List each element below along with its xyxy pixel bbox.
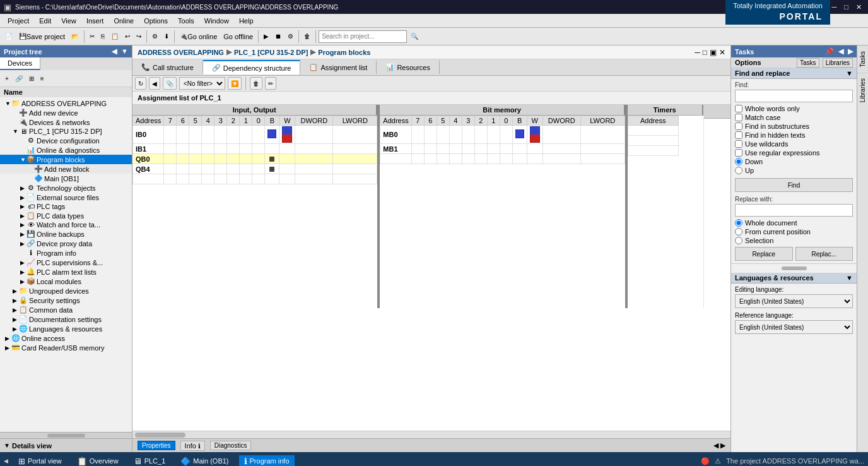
tree-item-plc-alarm[interactable]: ▶ 🔔 PLC alarm text lists [0,267,132,277]
plc1-item[interactable]: 🖥 PLC_1 [129,455,171,467]
edit-asn-button[interactable]: ✏ [265,77,276,90]
tasks-side-tab[interactable]: Tasks [857,45,868,73]
scope-current-radio[interactable] [735,228,742,236]
tasks-tab-libraries[interactable]: Libraries [823,58,853,68]
tree-item-program-info[interactable]: ℹ Program info [0,248,132,258]
menu-options[interactable]: Options [139,16,173,26]
tab-call-structure[interactable]: 📞 Call structure [132,61,203,74]
tasks-scrollbar[interactable] [731,263,857,273]
tree-item-technology-objects[interactable]: ▶ ⚙ Technology objects [0,183,132,193]
tree-item-ungrouped[interactable]: ▶ 📁 Ungrouped devices [0,286,132,296]
main-ob1-item[interactable]: 🔷 Main (OB1) [175,455,233,467]
cut-button[interactable]: ✂ [87,30,97,44]
menu-tools[interactable]: Tools [173,16,199,26]
horizontal-scrollbar[interactable] [132,431,730,438]
tree-item-security[interactable]: ▶ 🔒 Security settings [0,296,132,305]
tree-view2-button[interactable]: ≡ [38,71,47,85]
find-replace-header[interactable]: Find and replace ▼ [731,68,857,79]
tree-item-plc-tags[interactable]: ▶ 🏷 PLC tags [0,202,132,211]
find-input[interactable] [735,90,853,102]
tab-dependency-structure[interactable]: 🔗 Dependency structure [203,60,301,75]
reference-language-select[interactable]: English (United States) [735,320,853,334]
paste-button[interactable]: 📋 [108,30,121,44]
replace-button[interactable]: Replace [735,247,793,261]
copy-button[interactable]: ⎘ [98,30,107,44]
tree-view-button[interactable]: ⊞ [26,71,37,85]
info-button[interactable]: Info ℹ [180,441,205,451]
content-float-button[interactable]: □ [703,48,707,57]
menu-project[interactable]: Project [3,16,34,26]
menu-view[interactable]: View [56,16,81,26]
menu-insert[interactable]: Insert [81,16,109,26]
refresh-button[interactable]: ↻ [135,77,146,90]
tab-resources[interactable]: 📊 Resources [377,61,440,74]
settings-button[interactable]: ⚙ [285,30,296,44]
replace-all-button[interactable]: Replac... [795,247,853,261]
tree-link-button[interactable]: 🔗 [13,71,25,85]
tree-item-online-diag[interactable]: 📊 Online & diagnostics [0,145,132,155]
content-maximize-button[interactable]: ▣ [710,48,717,57]
tasks-chevron-button[interactable]: ◀ [838,47,843,55]
tree-item-add-block[interactable]: ➕ Add new block [0,164,132,174]
whole-words-checkbox[interactable] [735,105,742,112]
tree-item-device-config[interactable]: ⚙ Device configuration [0,136,132,145]
match-case-checkbox[interactable] [735,114,742,121]
tree-item-local-modules[interactable]: ▶ 📦 Local modules [0,277,132,286]
tree-item-device-proxy[interactable]: ▶ 🔗 Device proxy data [0,239,132,248]
content-close-button[interactable]: ✕ [719,48,725,57]
maximize-button[interactable]: □ [842,3,851,11]
tree-item-common[interactable]: ▶ 📋 Common data [0,305,132,314]
filter-select[interactable]: <No filter> [179,77,225,90]
scope-selection-radio[interactable] [735,237,742,244]
scope-whole-radio[interactable] [735,219,742,227]
tree-item-plc-supervisions[interactable]: ▶ 📈 PLC supervisions &... [0,258,132,267]
find-hidden-checkbox[interactable] [735,131,742,139]
menu-window[interactable]: Window [199,16,234,26]
direction-up-radio[interactable] [735,167,742,174]
tree-item-devices-networks[interactable]: 🔌 Devices & networks [0,117,132,127]
new-button[interactable]: 📄 [3,30,15,44]
search-input[interactable] [319,30,407,43]
find-button[interactable]: Find [735,178,853,192]
tree-item-address-overlapping[interactable]: ▼ 📁 ADDRESS OVERLAPPING [0,99,132,108]
tree-item-online-backups[interactable]: ▶ 💾 Online backups [0,229,132,239]
tree-item-doc-settings[interactable]: ▶ 📄 Documentation settings [0,314,132,324]
tree-item-card-reader[interactable]: ▶ 💳 Card Reader/USB memory [0,343,132,352]
start-button[interactable]: ▶ [261,30,271,44]
save-button[interactable]: 💾 Save project [16,30,67,44]
libraries-side-tab[interactable]: Libraries [857,73,868,107]
search-button[interactable]: 🔍 [408,30,421,44]
tree-item-plc-data-types[interactable]: ▶ 📋 PLC data types [0,211,132,220]
tab-assignment-list[interactable]: 📋 Assignment list [300,61,377,74]
stop-button[interactable]: ⏹ [273,30,284,44]
tree-item-program-blocks[interactable]: ▼ 📦 Program blocks [0,155,132,164]
download-button[interactable]: ⬇ [161,30,172,44]
tree-item-main-ob1[interactable]: 🔷 Main [OB1] [0,174,132,183]
tree-item-external-sources[interactable]: ▶ 📄 External source files [0,193,132,202]
tree-item-watch-force[interactable]: ▶ 👁 Watch and force ta... [0,220,132,229]
tree-more-button[interactable]: ▼ [121,47,128,55]
delete-button[interactable]: 🗑 [302,30,313,44]
portal-view-item[interactable]: ⊞ Portal view [13,455,67,467]
go-online-button[interactable]: 🔌 Go online [177,30,220,44]
program-info-item[interactable]: ℹ Program info [239,455,295,467]
languages-resources-header[interactable]: Languages & resources ▼ [731,273,857,284]
previous-button[interactable]: ◀ [149,77,160,90]
tasks-tab-tasks[interactable]: Tasks [797,58,819,68]
close-button[interactable]: ✕ [853,3,864,11]
delete-asn-button[interactable]: 🗑 [250,77,262,90]
bookmark-button[interactable]: 📎 [163,77,177,90]
tree-item-languages[interactable]: ▶ 🌐 Languages & resources [0,324,132,333]
overview-item[interactable]: 📋 Overview [72,455,124,467]
open-button[interactable]: 📂 [69,30,81,44]
undo-button[interactable]: ↩ [122,30,132,44]
content-minimize-button[interactable]: ─ [695,48,700,57]
menu-help[interactable]: Help [234,16,259,26]
redo-button[interactable]: ↪ [134,30,144,44]
tree-item-add-device[interactable]: ➕ Add new device [0,108,132,117]
editing-language-select[interactable]: English (United States) [735,294,853,308]
regex-checkbox[interactable] [735,149,742,157]
minimize-button[interactable]: ─ [830,3,840,11]
tree-item-online-access[interactable]: ▶ 🌐 Online access [0,333,132,343]
tree-item-plc1[interactable]: ▼ 🖥 PLC_1 [CPU 315-2 DP] [0,127,132,136]
